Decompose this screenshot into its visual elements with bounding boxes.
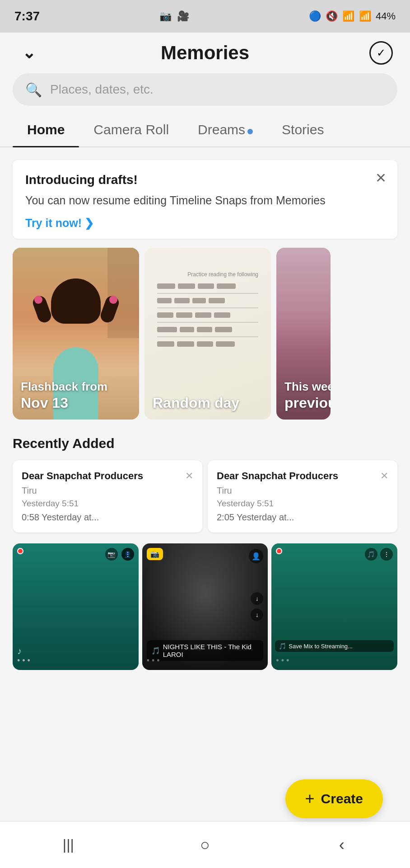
vid2-down-icon: ↓ xyxy=(251,592,263,605)
camera-icon: 🎥 xyxy=(177,10,189,22)
vid3-top-icons: 🎵 ⋮ xyxy=(365,548,393,561)
bottom-nav: ||| ○ ‹ xyxy=(0,821,410,868)
drafts-close-button[interactable]: ✕ xyxy=(375,170,387,186)
video-thumb-2[interactable]: 📷 👤 🎵 NIGHTS LIKE THIS - The Kid LAROI •… xyxy=(142,543,268,670)
tab-dreams[interactable]: Dreams xyxy=(183,115,267,146)
recent-card-2[interactable]: ✕ Dear Snapchat Producers Tiru Yesterday… xyxy=(208,460,397,533)
create-label: Create xyxy=(321,791,363,807)
recent-card-2-title: Dear Snapchat Producers xyxy=(217,470,380,482)
status-right: 🔵 🔇 📶 📶 44% xyxy=(309,10,396,22)
recent-card-2-duration: 2:05 Yesterday at... xyxy=(217,512,388,523)
vid1-camera-icon: 📷 xyxy=(105,548,118,561)
photo-card-random[interactable]: Practice reading the following xyxy=(144,248,271,420)
status-bar: 7:37 📷 🎥 🔵 🔇 📶 📶 44% xyxy=(0,0,410,33)
vid1-dots: • • • xyxy=(17,656,30,665)
create-plus-icon: + xyxy=(305,789,315,808)
nav-recent-apps-button[interactable]: ||| xyxy=(52,829,84,861)
vid3-dots: • • • xyxy=(276,656,289,665)
mute-icon: 🔇 xyxy=(326,10,338,22)
vid2-camera-icon: 📷 xyxy=(150,550,159,558)
header: ⌄ Memories ✓ xyxy=(0,33,410,73)
chevron-down-button[interactable]: ⌄ xyxy=(16,40,42,66)
nav-back-button[interactable]: ‹ xyxy=(326,829,358,861)
check-icon: ✓ xyxy=(369,41,393,65)
vid2-dots: • • • xyxy=(147,656,160,665)
vid1-music-icon: ♪ xyxy=(17,646,22,656)
photo-label-3: This wee previous xyxy=(284,380,331,411)
drafts-link[interactable]: Try it now! ❯ xyxy=(25,217,385,230)
vid1-menu-icon: ⋮ xyxy=(121,548,134,561)
drafts-banner: Introducing drafts! You can now resume e… xyxy=(13,160,397,239)
vid3-more-icon: ⋮ xyxy=(380,548,393,561)
vid3-music-icon: 🎵 xyxy=(365,548,377,561)
photo-cards-row: Flashback from Nov 13 Practice reading t… xyxy=(0,248,410,420)
dreams-dot xyxy=(247,129,253,134)
photo-card-flashback[interactable]: Flashback from Nov 13 xyxy=(13,248,139,420)
battery-text: 44% xyxy=(376,10,396,22)
page-title: Memories xyxy=(42,42,368,64)
create-button[interactable]: + Create xyxy=(285,779,383,818)
vid3-dot xyxy=(276,548,282,554)
drafts-title: Introducing drafts! xyxy=(25,173,385,187)
video-thumb-3[interactable]: 🎵 ⋮ 🎵 Save Mix to Streaming... • • • xyxy=(271,543,397,670)
vid3-music-note-icon: 🎵 xyxy=(279,642,286,650)
recent-card-1-sub: Tiru xyxy=(22,486,193,496)
status-icons: 📷 🎥 xyxy=(159,10,189,22)
recent-card-1-meta: Yesterday 5:51 xyxy=(22,499,193,509)
signal-icon: 📶 xyxy=(359,10,371,22)
photo-label-1: Flashback from Nov 13 xyxy=(21,380,107,411)
vid2-music-bar: 🎵 NIGHTS LIKE THIS - The Kid LAROI xyxy=(147,640,264,661)
status-time: 7:37 xyxy=(14,9,40,24)
video-strip: 📷 👤 ⋮ ♪ • • • 📷 👤 🎵 NIGHTS LIKE THIS - T… xyxy=(0,543,410,670)
instagram-icon: 📷 xyxy=(159,10,172,22)
nav-home-button[interactable]: ○ xyxy=(189,829,221,861)
vid3-music-label: 🎵 Save Mix to Streaming... xyxy=(275,640,394,652)
recent-card-1[interactable]: ✕ Dear Snapchat Producers Tiru Yesterday… xyxy=(13,460,202,533)
recent-card-2-meta: Yesterday 5:51 xyxy=(217,499,388,509)
tabs-container: Home Camera Roll Dreams Stories xyxy=(0,115,410,147)
recent-card-1-title: Dear Snapchat Producers xyxy=(22,470,185,482)
tab-stories[interactable]: Stories xyxy=(267,115,338,146)
recent-card-1-close[interactable]: ✕ xyxy=(185,470,193,482)
drafts-body: You can now resume editing Timeline Snap… xyxy=(25,193,385,208)
chevron-down-icon: ⌄ xyxy=(22,43,36,62)
vid2-camera-badge: 📷 xyxy=(147,548,163,560)
video-thumb-1[interactable]: 📷 👤 ⋮ ♪ • • • xyxy=(13,543,139,670)
recent-card-1-duration: 0:58 Yesterday at... xyxy=(22,512,193,523)
vid1-dot xyxy=(17,548,23,554)
bluetooth-icon: 🔵 xyxy=(309,10,321,22)
drafts-arrow-icon: ❯ xyxy=(84,217,94,230)
home-icon: ○ xyxy=(200,835,210,854)
back-icon: ‹ xyxy=(339,835,345,854)
check-circle-button[interactable]: ✓ xyxy=(368,40,394,66)
vid2-side-icons: ↓ ↓ xyxy=(251,592,263,621)
tab-camera-roll[interactable]: Camera Roll xyxy=(79,115,183,146)
wifi-icon: 📶 xyxy=(342,10,354,22)
recent-apps-icon: ||| xyxy=(63,836,74,853)
search-placeholder[interactable]: Places, dates, etc. xyxy=(50,82,385,97)
search-bar[interactable]: 🔍 Places, dates, etc. xyxy=(13,73,397,106)
search-icon: 🔍 xyxy=(25,82,42,98)
recent-grid: ✕ Dear Snapchat Producers Tiru Yesterday… xyxy=(0,460,410,533)
search-container: 🔍 Places, dates, etc. xyxy=(0,73,410,115)
photo-label-2: Random day xyxy=(153,394,239,411)
photo-card-thisweek[interactable]: This wee previous xyxy=(276,248,331,420)
vid2-music-icon: 🎵 xyxy=(151,646,160,655)
recent-card-2-close[interactable]: ✕ xyxy=(380,470,388,482)
vid2-more-icon: ↓ xyxy=(251,609,263,621)
tab-home[interactable]: Home xyxy=(13,115,79,146)
recently-added-title: Recently Added xyxy=(0,436,410,451)
recent-card-2-sub: Tiru xyxy=(217,486,388,496)
